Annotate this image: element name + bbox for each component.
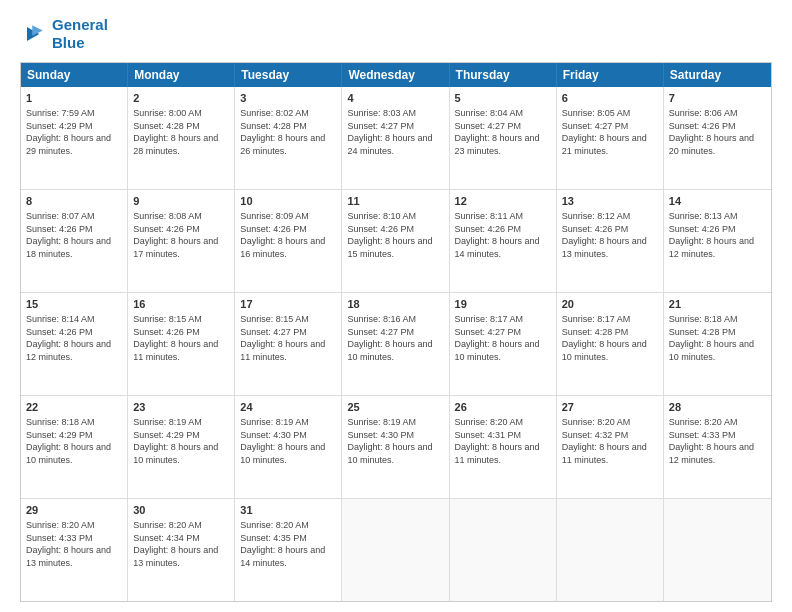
day-number: 7 xyxy=(669,91,766,106)
cell-sunrise: Sunrise: 8:12 AM xyxy=(562,211,631,221)
cell-sunrise: Sunrise: 8:04 AM xyxy=(455,108,524,118)
week-row-3: 15 Sunrise: 8:14 AM Sunset: 4:26 PM Dayl… xyxy=(21,292,771,395)
cell-sunset: Sunset: 4:26 PM xyxy=(240,224,307,234)
logo-icon xyxy=(20,20,48,48)
calendar-cell: 1 Sunrise: 7:59 AM Sunset: 4:29 PM Dayli… xyxy=(21,87,128,189)
cell-sunrise: Sunrise: 8:09 AM xyxy=(240,211,309,221)
cell-sunrise: Sunrise: 8:14 AM xyxy=(26,314,95,324)
cell-daylight: Daylight: 8 hours and 13 minutes. xyxy=(562,236,647,259)
cell-daylight: Daylight: 8 hours and 14 minutes. xyxy=(240,545,325,568)
cell-sunset: Sunset: 4:32 PM xyxy=(562,430,629,440)
cell-sunset: Sunset: 4:33 PM xyxy=(669,430,736,440)
calendar-cell: 14 Sunrise: 8:13 AM Sunset: 4:26 PM Dayl… xyxy=(664,190,771,292)
cell-daylight: Daylight: 8 hours and 10 minutes. xyxy=(133,442,218,465)
cell-sunrise: Sunrise: 8:07 AM xyxy=(26,211,95,221)
cell-daylight: Daylight: 8 hours and 10 minutes. xyxy=(562,339,647,362)
cell-sunset: Sunset: 4:27 PM xyxy=(455,327,522,337)
day-number: 10 xyxy=(240,194,336,209)
calendar-cell: 26 Sunrise: 8:20 AM Sunset: 4:31 PM Dayl… xyxy=(450,396,557,498)
cell-daylight: Daylight: 8 hours and 21 minutes. xyxy=(562,133,647,156)
cell-sunrise: Sunrise: 8:20 AM xyxy=(240,520,309,530)
cell-sunrise: Sunrise: 8:06 AM xyxy=(669,108,738,118)
calendar: Sunday Monday Tuesday Wednesday Thursday… xyxy=(20,62,772,602)
week-row-5: 29 Sunrise: 8:20 AM Sunset: 4:33 PM Dayl… xyxy=(21,498,771,601)
calendar-cell: 23 Sunrise: 8:19 AM Sunset: 4:29 PM Dayl… xyxy=(128,396,235,498)
cell-daylight: Daylight: 8 hours and 14 minutes. xyxy=(455,236,540,259)
day-number: 5 xyxy=(455,91,551,106)
cell-daylight: Daylight: 8 hours and 20 minutes. xyxy=(669,133,754,156)
calendar-cell: 5 Sunrise: 8:04 AM Sunset: 4:27 PM Dayli… xyxy=(450,87,557,189)
cell-daylight: Daylight: 8 hours and 11 minutes. xyxy=(562,442,647,465)
calendar-cell: 17 Sunrise: 8:15 AM Sunset: 4:27 PM Dayl… xyxy=(235,293,342,395)
cell-daylight: Daylight: 8 hours and 24 minutes. xyxy=(347,133,432,156)
header-monday: Monday xyxy=(128,63,235,87)
cell-daylight: Daylight: 8 hours and 29 minutes. xyxy=(26,133,111,156)
calendar-cell: 31 Sunrise: 8:20 AM Sunset: 4:35 PM Dayl… xyxy=(235,499,342,601)
calendar-cell: 16 Sunrise: 8:15 AM Sunset: 4:26 PM Dayl… xyxy=(128,293,235,395)
header-sunday: Sunday xyxy=(21,63,128,87)
calendar-cell: 20 Sunrise: 8:17 AM Sunset: 4:28 PM Dayl… xyxy=(557,293,664,395)
cell-daylight: Daylight: 8 hours and 13 minutes. xyxy=(26,545,111,568)
calendar-cell: 28 Sunrise: 8:20 AM Sunset: 4:33 PM Dayl… xyxy=(664,396,771,498)
header-saturday: Saturday xyxy=(664,63,771,87)
cell-daylight: Daylight: 8 hours and 17 minutes. xyxy=(133,236,218,259)
cell-sunrise: Sunrise: 8:05 AM xyxy=(562,108,631,118)
day-number: 9 xyxy=(133,194,229,209)
day-number: 24 xyxy=(240,400,336,415)
cell-sunset: Sunset: 4:29 PM xyxy=(26,121,93,131)
day-number: 12 xyxy=(455,194,551,209)
day-number: 21 xyxy=(669,297,766,312)
cell-sunrise: Sunrise: 8:20 AM xyxy=(26,520,95,530)
cell-sunrise: Sunrise: 8:10 AM xyxy=(347,211,416,221)
calendar-cell: 19 Sunrise: 8:17 AM Sunset: 4:27 PM Dayl… xyxy=(450,293,557,395)
day-number: 23 xyxy=(133,400,229,415)
cell-sunset: Sunset: 4:27 PM xyxy=(347,121,414,131)
cell-sunset: Sunset: 4:28 PM xyxy=(669,327,736,337)
calendar-cell: 30 Sunrise: 8:20 AM Sunset: 4:34 PM Dayl… xyxy=(128,499,235,601)
cell-sunrise: Sunrise: 8:20 AM xyxy=(133,520,202,530)
day-number: 13 xyxy=(562,194,658,209)
day-number: 19 xyxy=(455,297,551,312)
cell-sunset: Sunset: 4:28 PM xyxy=(133,121,200,131)
cell-daylight: Daylight: 8 hours and 28 minutes. xyxy=(133,133,218,156)
day-number: 31 xyxy=(240,503,336,518)
cell-sunrise: Sunrise: 8:18 AM xyxy=(26,417,95,427)
calendar-cell: 15 Sunrise: 8:14 AM Sunset: 4:26 PM Dayl… xyxy=(21,293,128,395)
cell-daylight: Daylight: 8 hours and 10 minutes. xyxy=(347,339,432,362)
cell-daylight: Daylight: 8 hours and 11 minutes. xyxy=(133,339,218,362)
day-number: 18 xyxy=(347,297,443,312)
cell-sunset: Sunset: 4:34 PM xyxy=(133,533,200,543)
cell-sunset: Sunset: 4:26 PM xyxy=(669,224,736,234)
cell-sunrise: Sunrise: 8:19 AM xyxy=(133,417,202,427)
day-number: 26 xyxy=(455,400,551,415)
cell-sunset: Sunset: 4:26 PM xyxy=(669,121,736,131)
cell-sunset: Sunset: 4:29 PM xyxy=(133,430,200,440)
cell-sunset: Sunset: 4:31 PM xyxy=(455,430,522,440)
calendar-page: General Blue Sunday Monday Tuesday Wedne… xyxy=(0,0,792,612)
cell-sunrise: Sunrise: 8:08 AM xyxy=(133,211,202,221)
cell-sunset: Sunset: 4:30 PM xyxy=(347,430,414,440)
day-number: 22 xyxy=(26,400,122,415)
cell-sunset: Sunset: 4:26 PM xyxy=(347,224,414,234)
cell-sunset: Sunset: 4:30 PM xyxy=(240,430,307,440)
week-row-1: 1 Sunrise: 7:59 AM Sunset: 4:29 PM Dayli… xyxy=(21,87,771,189)
cell-sunset: Sunset: 4:26 PM xyxy=(26,327,93,337)
cell-daylight: Daylight: 8 hours and 10 minutes. xyxy=(347,442,432,465)
cell-daylight: Daylight: 8 hours and 10 minutes. xyxy=(26,442,111,465)
cell-daylight: Daylight: 8 hours and 11 minutes. xyxy=(240,339,325,362)
cell-sunrise: Sunrise: 8:00 AM xyxy=(133,108,202,118)
cell-sunrise: Sunrise: 8:19 AM xyxy=(240,417,309,427)
cell-sunset: Sunset: 4:26 PM xyxy=(133,327,200,337)
calendar-cell: 6 Sunrise: 8:05 AM Sunset: 4:27 PM Dayli… xyxy=(557,87,664,189)
cell-daylight: Daylight: 8 hours and 12 minutes. xyxy=(26,339,111,362)
cell-sunrise: Sunrise: 8:20 AM xyxy=(562,417,631,427)
cell-daylight: Daylight: 8 hours and 11 minutes. xyxy=(455,442,540,465)
cell-sunrise: Sunrise: 8:18 AM xyxy=(669,314,738,324)
calendar-cell: 29 Sunrise: 8:20 AM Sunset: 4:33 PM Dayl… xyxy=(21,499,128,601)
cell-daylight: Daylight: 8 hours and 15 minutes. xyxy=(347,236,432,259)
header-friday: Friday xyxy=(557,63,664,87)
cell-daylight: Daylight: 8 hours and 23 minutes. xyxy=(455,133,540,156)
calendar-cell: 13 Sunrise: 8:12 AM Sunset: 4:26 PM Dayl… xyxy=(557,190,664,292)
calendar-cell: 27 Sunrise: 8:20 AM Sunset: 4:32 PM Dayl… xyxy=(557,396,664,498)
calendar-cell: 8 Sunrise: 8:07 AM Sunset: 4:26 PM Dayli… xyxy=(21,190,128,292)
